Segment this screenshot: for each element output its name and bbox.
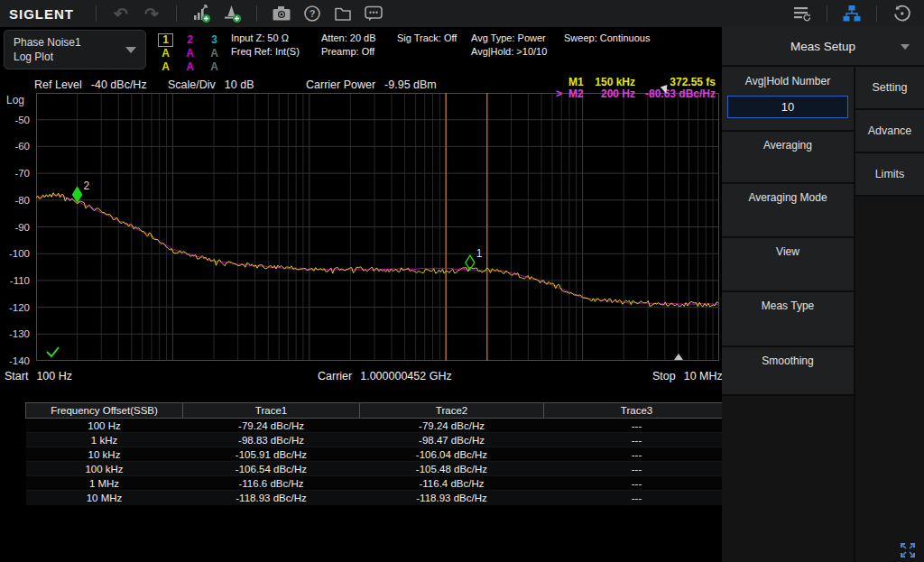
table-cell: --- bbox=[544, 433, 730, 447]
trace-indicator-3[interactable]: 3AA bbox=[202, 31, 226, 74]
trace-number: 2 bbox=[182, 33, 198, 47]
smoothing-label: Smoothing bbox=[722, 347, 854, 367]
add-marker-icon[interactable] bbox=[217, 1, 247, 26]
table-header-cell: Trace1 bbox=[183, 403, 360, 419]
marker2-id: M2 bbox=[568, 88, 592, 100]
table-cell: --- bbox=[544, 462, 730, 476]
panel-tab-limits[interactable]: Limits bbox=[855, 153, 924, 195]
help-glyph: ? bbox=[303, 5, 321, 23]
meas-setup-panel: Meas Setup Avg|Hold Number 10 Averaging … bbox=[722, 27, 924, 562]
help-icon[interactable]: ? bbox=[297, 1, 328, 26]
avg-hold-label: Avg|Hold Number bbox=[722, 67, 854, 88]
stop-freq-readout: Stop10 MHz bbox=[652, 370, 723, 382]
table-cell: -118.93 dBc/Hz bbox=[360, 491, 544, 505]
table-cell: --- bbox=[544, 447, 730, 462]
averaging-mode-label: Averaging Mode bbox=[722, 184, 854, 204]
add-trace-glyph bbox=[191, 4, 211, 23]
meas-type-section: Meas Type Phase Noise bbox=[722, 292, 854, 345]
table-row: 1 MHz-116.6 dBc/Hz-116.4 dBc/Hz--- bbox=[26, 476, 730, 491]
carrier-power-value: -9.95 dBm bbox=[384, 78, 437, 91]
trace-indicator-2[interactable]: 2AA bbox=[178, 31, 202, 74]
system-status-list-icon[interactable] bbox=[787, 1, 818, 26]
decade-table: Frequency Offset(SSB)Trace1Trace2Trace3 … bbox=[25, 402, 730, 505]
y-tick-label: -120 bbox=[0, 301, 30, 314]
siglent-logo: SIGLENT bbox=[9, 6, 74, 22]
marker-1-label: 1 bbox=[476, 247, 483, 260]
panel-tab-advance[interactable]: Advance bbox=[855, 110, 924, 152]
screenshot-camera-icon[interactable] bbox=[266, 1, 297, 26]
status-info-block: Sig Track: Off bbox=[397, 32, 471, 59]
marker-2-diamond[interactable] bbox=[73, 188, 82, 202]
history-glyph bbox=[892, 4, 911, 23]
table-row: 10 MHz-118.93 dBc/Hz-118.93 dBc/Hz--- bbox=[26, 491, 730, 505]
scale-div-readout: Scale/Div10 dB bbox=[168, 78, 254, 91]
averaging-label: Averaging bbox=[722, 132, 854, 152]
redo-glyph: ↷ bbox=[144, 5, 159, 23]
avg-hold-number-input[interactable]: 10 bbox=[727, 96, 848, 118]
toolbar-separator bbox=[176, 5, 177, 22]
table-header-cell: Trace3 bbox=[544, 403, 730, 419]
trace-state: A bbox=[153, 60, 178, 74]
trace-indicator-1[interactable]: 1AA bbox=[153, 31, 178, 74]
smoothing-section: Smoothing 4 % bbox=[722, 347, 854, 394]
status-info-block: Atten: 20 dBPreamp: Off bbox=[321, 32, 397, 59]
panel-tabs: SettingAdvanceLimits bbox=[855, 67, 924, 197]
add-trace-icon[interactable] bbox=[186, 1, 217, 26]
y-axis-mode-label: Log bbox=[6, 94, 24, 106]
status-info-block: Sweep: Continuous bbox=[564, 32, 681, 59]
file-folder-icon[interactable] bbox=[328, 1, 358, 26]
redo-icon[interactable]: ↷ bbox=[136, 1, 167, 26]
toolbar-separator bbox=[827, 5, 827, 22]
table-cell: 10 MHz bbox=[26, 491, 183, 505]
status-bar: Phase Noise1 Log Plot 1AA2AA3AA Input Z:… bbox=[0, 27, 722, 74]
folder-glyph bbox=[333, 5, 353, 23]
history-restore-icon[interactable] bbox=[886, 1, 917, 26]
meas-type-label: Meas Type bbox=[722, 292, 854, 312]
y-tick-label: -140 bbox=[0, 355, 30, 367]
measurement-select-dropdown[interactable]: Phase Noise1 Log Plot bbox=[4, 30, 146, 69]
table-cell: -116.6 dBc/Hz bbox=[183, 476, 360, 491]
status-info-blocks: Input Z: 50 ΩFreq Ref: Int(S)Atten: 20 d… bbox=[231, 32, 681, 59]
carrier-label: Carrier bbox=[318, 370, 352, 382]
ref-level-readout: Ref Level-40 dBc/Hz bbox=[34, 78, 147, 91]
check-icon bbox=[47, 347, 59, 356]
list-sync-glyph bbox=[792, 5, 812, 23]
phase-noise-plot: 21 bbox=[36, 93, 719, 361]
table-cell: --- bbox=[544, 476, 730, 491]
panel-empty-area bbox=[722, 396, 854, 562]
undo-glyph: ↶ bbox=[114, 5, 128, 23]
table-cell: --- bbox=[544, 419, 730, 433]
trace-state: A bbox=[178, 60, 202, 74]
averaging-section: Averaging On Off bbox=[722, 132, 854, 182]
camera-glyph bbox=[272, 5, 291, 22]
trace-state: A bbox=[178, 47, 202, 60]
panel-tab-setting[interactable]: Setting bbox=[855, 67, 924, 108]
undo-icon[interactable]: ↶ bbox=[106, 1, 136, 26]
top-toolbar: SIGLENT ↶ ↷ bbox=[0, 0, 924, 27]
y-tick-label: -80 bbox=[0, 194, 30, 207]
decade-table-body: 100 Hz-79.24 dBc/Hz-79.24 dBc/Hz---1 kHz… bbox=[26, 419, 730, 505]
table-cell: -106.04 dBc/Hz bbox=[360, 447, 544, 462]
start-freq-readout: Start100 Hz bbox=[5, 370, 72, 382]
table-cell: --- bbox=[544, 491, 730, 505]
expand-fullscreen-icon[interactable] bbox=[901, 543, 915, 557]
trace-number: 1 bbox=[158, 33, 173, 47]
panel-title-dropdown[interactable]: Meas Setup bbox=[722, 27, 924, 65]
trace-trace1 bbox=[36, 193, 718, 307]
network-lan-icon[interactable] bbox=[836, 1, 867, 26]
carrier-freq-readout: Carrier1.000000452 GHz bbox=[318, 370, 452, 382]
table-cell: -116.4 dBc/Hz bbox=[360, 476, 544, 491]
y-tick-label: -130 bbox=[0, 327, 30, 340]
start-label: Start bbox=[5, 370, 28, 382]
y-tick-label: -70 bbox=[0, 167, 30, 180]
averaging-mode-section: Averaging Mode Exponential bbox=[722, 184, 854, 236]
svg-text:?: ? bbox=[310, 8, 316, 19]
ref-level-label: Ref Level bbox=[34, 78, 82, 91]
stop-value: 10 MHz bbox=[684, 370, 723, 382]
instrument-screen: SIGLENT ↶ ↷ bbox=[0, 0, 924, 562]
message-icon[interactable] bbox=[358, 1, 389, 26]
table-cell: 1 MHz bbox=[26, 476, 183, 491]
trace-state: A bbox=[202, 60, 226, 74]
table-cell: -118.93 dBc/Hz bbox=[183, 491, 360, 505]
table-cell: 100 kHz bbox=[26, 462, 183, 476]
